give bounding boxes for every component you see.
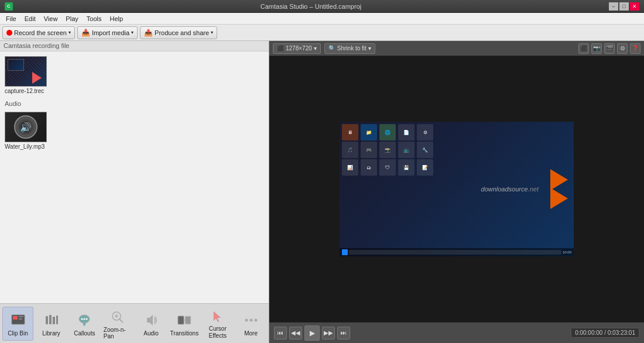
preview-action-icons: ⬛ 📷 🎬 ⚙ ❓: [578, 43, 640, 54]
preview-controls: ⏮ ◀◀ ▶ ▶▶ ⏭ 0:00:00:00 / 0:03:23:01: [269, 322, 644, 343]
svg-point-22: [245, 319, 248, 322]
menu-bar: File Edit View Play Tools Help: [0, 13, 644, 25]
skip-back-button[interactable]: ⏮: [274, 327, 287, 339]
produce-button[interactable]: 📤 Produce and share ▾: [140, 26, 217, 39]
app-icon: C: [5, 2, 13, 11]
svg-rect-2: [19, 316, 23, 317]
zoom-icon: [109, 309, 126, 325]
clip-bin-panel: Camtasia recording file capture-12.trec …: [0, 41, 269, 303]
zoom-button[interactable]: 🔍 Shrink to fit ▾: [324, 43, 375, 54]
desktop-icon-11: 📊: [342, 159, 358, 176]
title-bar: C Camtasia Studio – Untitled.camproj − □…: [0, 0, 644, 13]
video-thumbnail: [5, 56, 47, 87]
desktop-icon-1: 🖥: [342, 124, 358, 140]
resolution-arrow: ▾: [314, 45, 317, 52]
tool-audio[interactable]: Audio: [136, 307, 167, 341]
import-button[interactable]: 📥 Import media ▾: [77, 26, 138, 39]
desktop-icon-3: 🌐: [379, 124, 396, 140]
svg-rect-18: [178, 316, 184, 324]
skip-forward-button[interactable]: ⏭: [337, 327, 350, 339]
video-clip-item[interactable]: capture-12.trec: [5, 56, 264, 94]
clip-bin-label: Clip Bin: [8, 330, 28, 337]
record-icon: [6, 30, 12, 36]
desktop-icon-4: 📄: [398, 124, 415, 140]
record-arrow: ▾: [68, 30, 71, 35]
tool-cursor[interactable]: Cursor Effects: [202, 307, 233, 341]
main-toolbar: Record the screen ▾ 📥 Import media ▾ 📤 P…: [0, 25, 644, 41]
taskbar: 10:00: [340, 248, 574, 256]
tool-clip-bin[interactable]: Clip Bin: [2, 307, 33, 341]
svg-rect-1: [13, 316, 18, 320]
tool-callouts[interactable]: Callouts: [69, 307, 100, 341]
taskbar-time: 10:00: [563, 251, 571, 254]
maximize-button[interactable]: □: [619, 2, 629, 11]
svg-rect-3: [19, 318, 22, 320]
minimize-button[interactable]: −: [609, 2, 618, 11]
tool-transitions[interactable]: Transitions: [169, 307, 200, 341]
menu-tools[interactable]: Tools: [83, 14, 105, 23]
preview-icon-3[interactable]: 🎬: [604, 43, 615, 54]
import-arrow: ▾: [131, 30, 133, 35]
record-button[interactable]: Record the screen ▾: [2, 26, 75, 39]
brand-text: downloadsource.net: [481, 186, 539, 193]
more-icon: [242, 311, 260, 329]
preview-icon-4[interactable]: ⚙: [617, 43, 628, 54]
svg-marker-9: [83, 323, 86, 327]
resolution-icon: ⬛: [277, 45, 284, 52]
preview-icon-5[interactable]: ❓: [630, 43, 640, 54]
svg-rect-6: [53, 317, 55, 324]
menu-file[interactable]: File: [2, 14, 20, 23]
desktop-icon-12: 🗂: [361, 159, 377, 176]
desktop-icons: 🖥 📁 🌐 📄 ⚙ 🎵 🎮 📸 📺 🔧 📊 🗂 🛡 💾: [342, 124, 434, 176]
close-button[interactable]: ✕: [630, 2, 639, 11]
library-icon: [43, 311, 60, 329]
audio-clip-item[interactable]: 🔊 Water_Lily.mp3: [5, 112, 264, 150]
zoom-label: Shrink to fit: [337, 45, 366, 52]
svg-point-23: [249, 319, 252, 322]
audio-tool-label: Audio: [143, 330, 159, 337]
transitions-icon: [176, 311, 193, 329]
brand-arrows: [550, 169, 568, 209]
preview-screen: 🖥 📁 🌐 📄 ⚙ 🎵 🎮 📸 📺 🔧 📊 🗂 🛡 💾: [340, 122, 574, 256]
callouts-label: Callouts: [74, 330, 95, 337]
preview-panel: ⬛ 1278×720 ▾ 🔍 Shrink to fit ▾ ⬛ 📷 🎬 ⚙ ❓: [269, 41, 644, 343]
menu-play[interactable]: Play: [62, 14, 81, 23]
play-button[interactable]: ▶: [304, 325, 320, 341]
preview-icon-2[interactable]: 📷: [591, 43, 602, 54]
desktop-icon-9: 📺: [398, 142, 415, 158]
forward-button[interactable]: ▶▶: [322, 327, 335, 339]
brand-arrow-1: [550, 169, 568, 190]
window-title: Camtasia Studio – Untitled.camproj: [13, 3, 609, 10]
svg-point-10: [81, 318, 83, 320]
desktop-icon-10: 🔧: [417, 142, 433, 158]
clip-bin-icon: [9, 311, 27, 329]
audio-name: Water_Lily.mp3: [5, 143, 44, 150]
desktop-icon-15: 📝: [417, 159, 433, 176]
menu-view[interactable]: View: [40, 14, 61, 23]
produce-arrow: ▾: [211, 30, 213, 35]
zoom-search-icon: 🔍: [328, 45, 335, 52]
svg-point-24: [254, 319, 257, 322]
desktop-icon-5: ⚙: [417, 124, 433, 140]
callouts-icon: [76, 311, 93, 329]
tool-library[interactable]: Library: [36, 307, 67, 341]
video-name: capture-12.trec: [5, 88, 44, 94]
svg-rect-4: [46, 316, 48, 324]
tool-zoom[interactable]: Zoom-n-Pan: [102, 307, 133, 341]
menu-edit[interactable]: Edit: [21, 14, 39, 23]
tool-more[interactable]: More: [235, 307, 266, 341]
preview-icon-1[interactable]: ⬛: [578, 43, 589, 54]
resolution-value: 1278×720: [286, 45, 312, 52]
resolution-button[interactable]: ⬛ 1278×720 ▾: [273, 43, 321, 54]
back-button[interactable]: ◀◀: [289, 327, 302, 339]
app-logo: C: [5, 2, 13, 11]
svg-rect-5: [49, 315, 52, 324]
produce-icon: 📤: [144, 29, 153, 37]
svg-rect-7: [56, 315, 58, 324]
audio-thumbnail: 🔊: [5, 112, 47, 142]
left-panel: Camtasia recording file capture-12.trec …: [0, 41, 269, 343]
taskbar-apps: [349, 250, 561, 255]
library-label: Library: [42, 330, 60, 337]
desktop-icon-6: 🎵: [342, 142, 358, 158]
menu-help[interactable]: Help: [106, 14, 126, 23]
